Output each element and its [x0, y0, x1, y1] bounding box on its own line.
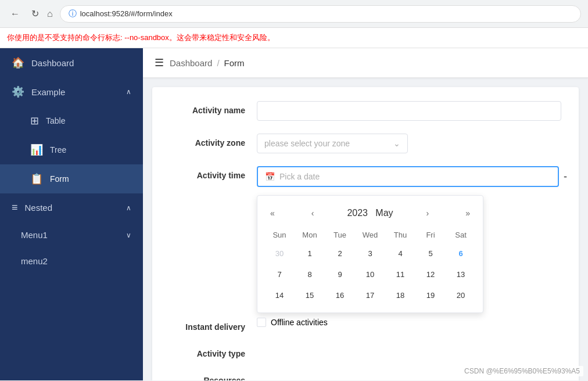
- sidebar-item-dashboard-label: Dashboard: [31, 58, 74, 68]
- sidebar-item-tree-label: Tree: [50, 145, 66, 154]
- calendar-popup: « ‹ 2023 May › » Sun Mon T: [257, 195, 483, 313]
- calendar-day[interactable]: 1: [295, 243, 325, 264]
- resources-label: Resources: [170, 371, 257, 380]
- weekday-fri: Fri: [415, 227, 446, 243]
- app-container: 🏠 Dashboard ⚙️ Example ∧ ⊞ Table 📊 Tree …: [0, 48, 588, 380]
- offline-checkbox-wrapper: Offline activities: [257, 318, 328, 327]
- nested-arrow: ∧: [126, 204, 131, 212]
- warning-text: 你使用的是不受支持的命令行标志: --no-sandbox。这会带来稳定性和安全…: [7, 33, 275, 42]
- activity-zone-placeholder: please select your zone: [264, 139, 350, 148]
- date-picker-input[interactable]: 📅 Pick a date: [257, 166, 559, 187]
- calendar-day[interactable]: 13: [446, 264, 476, 285]
- tree-icon: 📊: [30, 143, 43, 156]
- weekday-sat: Sat: [446, 227, 476, 243]
- weekday-mon: Mon: [295, 227, 325, 243]
- activity-time-label: Activity time: [170, 166, 257, 180]
- calendar-title: 2023 May: [347, 208, 393, 218]
- date-input-row: 📅 Pick a date -: [257, 166, 567, 187]
- calendar-day[interactable]: 6: [446, 243, 476, 264]
- calendar-week-row: 14151617181920: [264, 285, 476, 305]
- address-bar[interactable]: ⓘ localhost:9528/#/form/index: [60, 5, 581, 23]
- sidebar-item-tree[interactable]: 📊 Tree: [0, 135, 143, 164]
- calendar-day[interactable]: 16: [325, 285, 355, 305]
- nested-icon: ≡: [12, 202, 18, 214]
- sidebar-item-menu1[interactable]: Menu1 ∨: [0, 222, 143, 248]
- calendar-day[interactable]: 8: [295, 264, 325, 285]
- next-month-button[interactable]: ›: [423, 206, 433, 220]
- watermark: CSDN @%E6%95%B0%E5%93%A5: [461, 366, 583, 376]
- activity-name-row: Activity name: [170, 101, 561, 121]
- home-button[interactable]: ⌂: [47, 7, 53, 20]
- delivery-field: Offline activities: [257, 318, 561, 327]
- sidebar: 🏠 Dashboard ⚙️ Example ∧ ⊞ Table 📊 Tree …: [0, 48, 143, 380]
- calendar-day[interactable]: 20: [446, 285, 476, 305]
- activity-name-input[interactable]: [257, 101, 561, 121]
- date-placeholder: Pick a date: [279, 172, 320, 181]
- calendar-day[interactable]: 5: [415, 243, 446, 264]
- activity-zone-label: Activity zone: [170, 134, 257, 148]
- calendar-day[interactable]: 3: [355, 243, 385, 264]
- nav-buttons: ← ↻ ⌂: [7, 7, 53, 20]
- calendar-day[interactable]: 7: [264, 264, 295, 285]
- select-arrow-icon: ⌄: [393, 139, 400, 148]
- calendar-day[interactable]: 2: [325, 243, 355, 264]
- prev-month-button[interactable]: ‹: [308, 206, 318, 220]
- weekday-sun: Sun: [264, 227, 295, 243]
- calendar-month: May: [375, 208, 393, 218]
- dashboard-icon: 🏠: [12, 56, 24, 69]
- browser-bar: ← ↻ ⌂ ⓘ localhost:9528/#/form/index: [0, 0, 588, 28]
- calendar-day[interactable]: 11: [385, 264, 415, 285]
- calendar-day[interactable]: 9: [325, 264, 355, 285]
- calendar-day[interactable]: 4: [385, 243, 415, 264]
- sidebar-item-dashboard[interactable]: 🏠 Dashboard: [0, 48, 143, 77]
- sidebar-item-table[interactable]: ⊞ Table: [0, 106, 143, 135]
- activity-zone-select[interactable]: please select your zone ⌄: [257, 134, 408, 153]
- calendar-day[interactable]: 17: [355, 285, 385, 305]
- watermark-text: CSDN @%E6%95%B0%E5%93%A5: [464, 367, 580, 375]
- calendar-day[interactable]: 18: [385, 285, 415, 305]
- sidebar-item-nested[interactable]: ≡ Nested ∧: [0, 193, 143, 222]
- calendar-header: « ‹ 2023 May › »: [264, 203, 476, 227]
- activity-type-label: Activity type: [170, 344, 257, 358]
- date-range-separator: -: [564, 171, 567, 183]
- activity-name-field: [257, 101, 561, 121]
- form-icon: 📋: [30, 172, 43, 185]
- prev-year-button[interactable]: «: [267, 206, 278, 220]
- example-arrow: ∧: [126, 88, 131, 96]
- activity-zone-field: please select your zone ⌄: [257, 134, 561, 153]
- breadcrumb-separator: /: [217, 58, 219, 68]
- back-button[interactable]: ←: [7, 7, 23, 20]
- activity-time-field: 📅 Pick a date -: [257, 166, 567, 187]
- sidebar-item-example-label: Example: [31, 87, 65, 97]
- activity-type-row: Activity type: [170, 344, 561, 358]
- refresh-button[interactable]: ↻: [28, 7, 42, 20]
- breadcrumb-current: Form: [224, 58, 245, 68]
- calendar-day[interactable]: 10: [355, 264, 385, 285]
- activity-time-row: Activity time 📅 Pick a date -: [170, 166, 561, 187]
- weekday-tue: Tue: [325, 227, 355, 243]
- sidebar-item-form-label: Form: [50, 174, 69, 184]
- sidebar-item-example[interactable]: ⚙️ Example ∧: [0, 77, 143, 106]
- next-year-button[interactable]: »: [462, 206, 474, 220]
- calendar-day[interactable]: 14: [264, 285, 295, 305]
- offline-checkbox[interactable]: [257, 318, 266, 327]
- breadcrumb-home[interactable]: Dashboard: [170, 58, 212, 68]
- instant-delivery-row: Instant delivery Offline activities: [170, 318, 561, 332]
- page-header: ☰ Dashboard / Form: [143, 48, 588, 78]
- sidebar-item-nested-label: Nested: [25, 203, 53, 213]
- sidebar-item-menu2[interactable]: menu2: [0, 248, 143, 274]
- sidebar-item-form[interactable]: 📋 Form: [0, 164, 143, 193]
- calendar-icon: 📅: [265, 172, 275, 181]
- main-content: ☰ Dashboard / Form Activity name Activit…: [143, 48, 588, 380]
- offline-label: Offline activities: [271, 318, 328, 327]
- calendar-day[interactable]: 19: [415, 285, 446, 305]
- instant-delivery-label: Instant delivery: [170, 318, 257, 332]
- sidebar-submenu-example: ⊞ Table 📊 Tree 📋 Form: [0, 106, 143, 193]
- table-icon: ⊞: [30, 114, 39, 127]
- calendar-day[interactable]: 12: [415, 264, 446, 285]
- calendar-day[interactable]: 30: [264, 243, 295, 264]
- url-text: localhost:9528/#/form/index: [80, 9, 173, 18]
- hamburger-icon[interactable]: ☰: [155, 56, 164, 69]
- calendar-day[interactable]: 15: [295, 285, 325, 305]
- sidebar-item-menu1-label: Menu1: [21, 230, 48, 240]
